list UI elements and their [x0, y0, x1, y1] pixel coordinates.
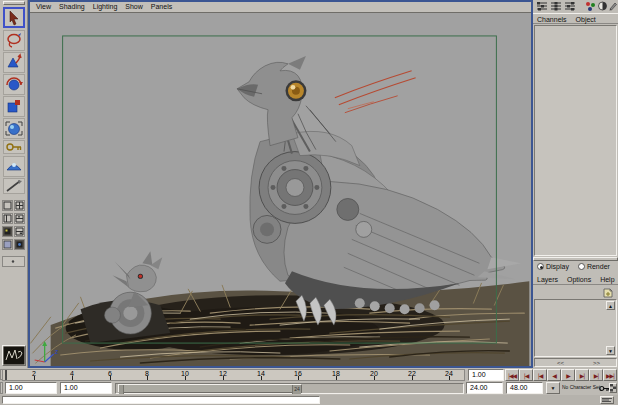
- layer-scroll-down-button[interactable]: ▼: [606, 346, 615, 355]
- menu-help[interactable]: Help: [600, 276, 614, 284]
- menu-channels[interactable]: Channels: [537, 16, 567, 23]
- play-backwards-button[interactable]: ◀: [547, 369, 561, 381]
- channel-slider-mode-icon[interactable]: [536, 1, 548, 11]
- soft-mod-tool-button[interactable]: [3, 156, 25, 177]
- range-slider-row: 1.00 1.00 24 24.00 48.00 ▼ No Character …: [0, 381, 618, 395]
- select-arrow-icon: [5, 9, 23, 26]
- auto-keyframe-toggle-icon[interactable]: [609, 383, 617, 393]
- command-line-input[interactable]: [2, 396, 320, 404]
- layout-shortcut-four[interactable]: [14, 200, 25, 211]
- character-set-selector[interactable]: No Character Set: [562, 384, 595, 394]
- anim-start-field[interactable]: 1.00: [5, 382, 57, 394]
- layout-shortcut-uv-editor[interactable]: [2, 239, 13, 250]
- display-radio-dot: [537, 263, 544, 270]
- color-index-icon[interactable]: [585, 1, 596, 11]
- playback-end-field[interactable]: 24.00: [466, 382, 503, 394]
- new-layer-icon[interactable]: [602, 287, 614, 298]
- layout-shortcut-persp-graph[interactable]: [14, 213, 25, 224]
- hscroll-right-arrows[interactable]: >>: [593, 360, 600, 366]
- move-tool-button[interactable]: [3, 52, 25, 73]
- tool-box: [0, 0, 28, 368]
- soft-mod-icon: [4, 157, 24, 176]
- channel-list-area[interactable]: [534, 25, 617, 256]
- toolbox-grip[interactable]: [3, 1, 25, 5]
- command-line-row: [0, 395, 618, 405]
- range-options-dropdown-button[interactable]: ▼: [546, 382, 560, 394]
- range-slider-grip[interactable]: [0, 382, 3, 394]
- scale-tool-button[interactable]: [3, 96, 25, 117]
- menu-lighting[interactable]: Lighting: [93, 3, 118, 12]
- move-tool-icon: [4, 53, 24, 72]
- menu-options[interactable]: Options: [567, 276, 591, 284]
- perspective-viewport-panel: View Shading Lighting Show Panels: [28, 0, 533, 368]
- maya-window: View Shading Lighting Show Panels: [0, 0, 618, 405]
- render-radio[interactable]: Render: [578, 263, 610, 270]
- render-radio-dot: [578, 263, 585, 270]
- menu-object[interactable]: Object: [576, 16, 596, 23]
- step-back-key-button[interactable]: |◀: [519, 369, 533, 381]
- play-forwards-button[interactable]: ▶: [561, 369, 575, 381]
- channel-box-menubar: Channels Object: [533, 13, 618, 24]
- layer-editor-menubar: Layers Options Help: [533, 274, 618, 285]
- range-slider-bar[interactable]: 24: [118, 384, 302, 393]
- layout-shortcut-hypershade[interactable]: [2, 226, 13, 237]
- viewport-menubar: View Shading Lighting Show Panels: [30, 2, 531, 13]
- last-tool-icon: [4, 179, 24, 193]
- layer-editor-toolbar: [533, 286, 618, 299]
- scale-tool-icon: [4, 97, 24, 116]
- key-icon: [4, 141, 24, 153]
- show-manipulator-tool-button[interactable]: [3, 118, 25, 139]
- maya-logo-icon: [3, 346, 25, 365]
- axis-z-label: z: [55, 348, 59, 355]
- go-to-end-button[interactable]: ▶▶|: [603, 369, 617, 381]
- lasso-tool-button[interactable]: [3, 30, 25, 51]
- rotate-tool-button[interactable]: [3, 74, 25, 95]
- pencil-icon[interactable]: [608, 1, 618, 11]
- channel-hyperbolic-mode-icon[interactable]: [564, 1, 576, 11]
- playback-start-field[interactable]: 1.00: [60, 382, 112, 394]
- menu-panels[interactable]: Panels: [151, 3, 172, 12]
- rotate-tool-icon: [4, 75, 24, 94]
- layer-scroll-up-button[interactable]: ▲: [606, 301, 615, 310]
- display-radio[interactable]: Display: [537, 263, 569, 270]
- time-slider-row: 2 4 6 8 10 12 14 16 18 20 22 24 1.00 |◀◀…: [0, 368, 618, 381]
- mech-bird-model[interactable]: [237, 56, 521, 325]
- script-editor-button[interactable]: [600, 396, 614, 404]
- last-tool-button[interactable]: [3, 178, 25, 194]
- viewport-canvas[interactable]: z: [30, 14, 531, 366]
- layout-shortcut-render-view[interactable]: [14, 239, 25, 250]
- range-slider-track[interactable]: 24: [115, 383, 464, 394]
- time-slider[interactable]: 2 4 6 8 10 12 14 16 18 20 22 24: [2, 369, 465, 381]
- render-radio-label: Render: [587, 263, 610, 270]
- step-forward-key-button[interactable]: ▶|: [589, 369, 603, 381]
- go-to-start-button[interactable]: |◀◀: [505, 369, 519, 381]
- menu-shading[interactable]: Shading: [59, 3, 85, 12]
- layout-shortcut-persp-outliner[interactable]: [2, 213, 13, 224]
- current-time-field[interactable]: 1.00: [468, 369, 504, 381]
- menu-layers[interactable]: Layers: [537, 276, 558, 284]
- channel-box-column: Channels Object Display Render Layers Op…: [533, 0, 618, 368]
- channel-icon-bar: [533, 0, 618, 13]
- select-tool-button[interactable]: [3, 7, 25, 28]
- layout-shortcut-single[interactable]: [2, 200, 13, 211]
- anim-end-field[interactable]: 48.00: [506, 382, 543, 394]
- step-back-frame-button[interactable]: |◀: [533, 369, 547, 381]
- menu-view[interactable]: View: [36, 3, 51, 12]
- current-frame-marker[interactable]: [5, 370, 7, 380]
- step-forward-frame-button[interactable]: ▶|: [575, 369, 589, 381]
- layer-list-area[interactable]: ▲ ▼: [534, 299, 617, 357]
- hscroll-left-arrows[interactable]: <<: [557, 360, 564, 366]
- range-bar-right-handle[interactable]: 24: [292, 385, 301, 394]
- layout-shortcut-persp-hypergraph[interactable]: [14, 226, 25, 237]
- contrast-icon[interactable]: [597, 1, 608, 11]
- maya-logo-button: [2, 345, 26, 366]
- layout-shortcut-custom[interactable]: [2, 256, 25, 267]
- layer-hscrollbar[interactable]: << >>: [534, 358, 617, 367]
- motion-trail-curves[interactable]: [335, 71, 416, 113]
- menu-show[interactable]: Show: [125, 3, 143, 12]
- key-tool-button[interactable]: [3, 140, 25, 154]
- channel-speed-mode-icon[interactable]: [550, 1, 562, 11]
- range-bar-left-handle[interactable]: [119, 385, 124, 394]
- display-radio-label: Display: [546, 263, 569, 270]
- show-manipulator-icon: [4, 119, 24, 138]
